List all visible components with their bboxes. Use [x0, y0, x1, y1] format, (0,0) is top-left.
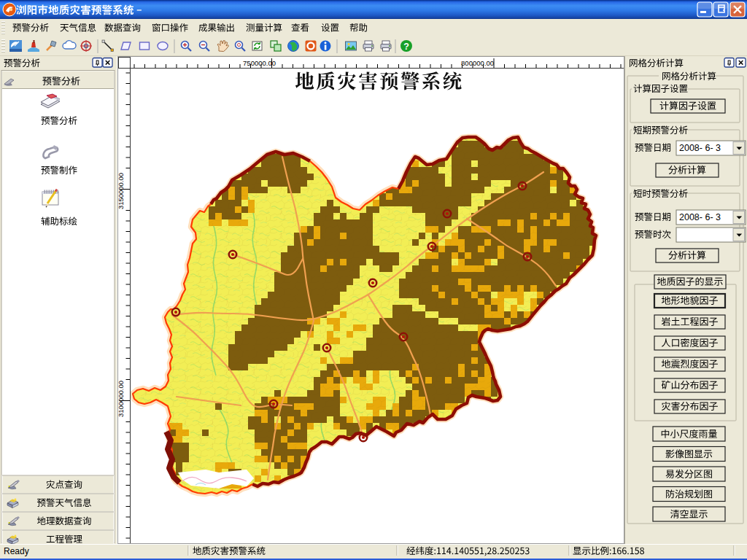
- svg-text:Ready: Ready: [4, 546, 29, 556]
- svg-text:2008- 6- 3: 2008- 6- 3: [679, 143, 721, 153]
- svg-text:2008- 6- 3: 2008- 6- 3: [679, 212, 721, 222]
